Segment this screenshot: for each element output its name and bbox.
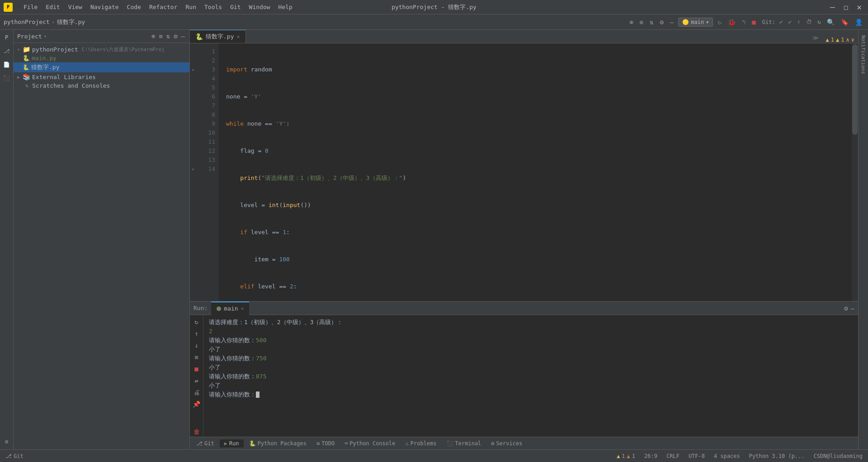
git-clock-icon[interactable]: ⏱ — [805, 19, 813, 25]
menu-refactor[interactable]: Refactor — [146, 3, 181, 11]
git-update-icon[interactable]: ↻ — [816, 19, 822, 25]
run-output[interactable]: 请选择难度：1（初级）、2（中级）、3（高级）： 2 请输入你猜的数：500 小… — [203, 315, 858, 437]
project-settings-icon[interactable]: ⚙ — [173, 32, 178, 41]
toolbar-settings[interactable]: ⚙ — [658, 18, 665, 27]
run-scroll-down-icon[interactable]: ↓ — [193, 340, 199, 350]
toolbar-debug-icon[interactable]: 🐞 — [726, 18, 737, 27]
breadcrumb-separator: › — [52, 19, 55, 25]
run-scroll-up-icon[interactable]: ↑ — [193, 329, 199, 339]
run-tab-main[interactable]: main ✕ — [211, 302, 249, 315]
breadcrumb-project[interactable]: pythonProject — [4, 19, 50, 25]
run-clear-icon[interactable]: 🗑 — [192, 427, 201, 437]
run-stop-icon[interactable]: ■ — [193, 364, 199, 374]
branch-selector[interactable]: 🟡 main ▾ — [678, 18, 713, 27]
notifications-sidebar: Notifications — [858, 30, 868, 449]
menu-run[interactable]: Run — [182, 3, 200, 11]
menu-tools[interactable]: Tools — [201, 3, 226, 11]
fold-marker-3[interactable]: ▾ — [192, 67, 194, 72]
toolbar: pythonProject › 猜数字.py ⊕ ≡ ⇅ ⚙ — 🟡 main … — [0, 14, 868, 30]
code-editor[interactable]: ▾ ▾ 1 2 3 4 — [190, 43, 858, 301]
project-sort-icon[interactable]: ⇅ — [165, 32, 171, 41]
project-panel-title: Project — [17, 33, 42, 40]
toolbar-icon-1[interactable]: ⊕ — [627, 18, 635, 27]
run-panel-settings-icon[interactable]: ⚙ — [844, 305, 848, 312]
fold-marker-14[interactable]: ▾ — [192, 167, 194, 172]
tree-item-root[interactable]: ▾ 📁 pythonProject C:\Users\六道通灵\PycharmP… — [14, 45, 189, 54]
bottom-tab-python-console[interactable]: ⌨ Python Console — [340, 439, 400, 448]
run-restart-icon[interactable]: ↻ — [193, 317, 199, 327]
sidebar-commit-icon[interactable]: ⎇ — [1, 45, 13, 57]
project-locate-icon[interactable]: ⊕ — [151, 32, 156, 41]
sidebar-bookmark-icon[interactable]: 📄 — [1, 59, 13, 71]
menu-help[interactable]: Help — [275, 3, 296, 11]
sidebar-structure-icon[interactable]: ⬛ — [1, 72, 13, 84]
bottom-tab-services[interactable]: ⚙ Services — [486, 439, 527, 448]
editor-tab-guess[interactable]: 🐍 猜数字.py ✕ — [190, 30, 246, 43]
tree-project-name: pythonProject — [32, 46, 78, 53]
toolbar-icon-2[interactable]: ≡ — [638, 18, 645, 27]
menu-window[interactable]: Window — [245, 3, 274, 11]
menu-git[interactable]: Git — [226, 3, 244, 11]
dropdown-arrow-icon[interactable]: ▾ — [44, 33, 47, 39]
run-wrap-icon[interactable]: ⇌ — [193, 376, 199, 386]
toolbar-stop-icon[interactable]: ■ — [750, 18, 757, 27]
maximize-button[interactable]: □ — [841, 4, 850, 11]
status-git-icon[interactable]: ⎇ Git — [4, 452, 25, 460]
toolbar-search-icon[interactable]: 🔍 — [825, 18, 836, 27]
status-encoding[interactable]: UTF-8 — [687, 452, 707, 460]
status-warning-count: 1 — [622, 453, 625, 459]
git-check2-icon[interactable]: ✔ — [787, 19, 793, 25]
tree-item-external-libs[interactable]: ▶ 📚 External Libraries — [14, 72, 189, 81]
tree-item-scratches[interactable]: ✎ Scratches and Consoles — [14, 81, 189, 90]
collapse-icon[interactable]: ∨ — [851, 37, 854, 43]
toolbar-avatar-icon[interactable]: 👤 — [853, 18, 864, 27]
project-close-icon[interactable]: — — [180, 32, 186, 41]
bottom-tab-python-packages[interactable]: 🐍 Python Packages — [245, 439, 311, 448]
status-warnings[interactable]: ▲ 1 ▲ 1 — [615, 452, 637, 460]
close-button[interactable]: ✕ — [854, 2, 864, 12]
run-scroll-lines-icon[interactable]: ≡ — [193, 352, 199, 362]
minimize-button[interactable]: — — [827, 2, 838, 12]
status-python-version[interactable]: Python 3.10 (p... — [747, 452, 807, 460]
bottom-tab-terminal[interactable]: ⬛ Terminal — [442, 439, 486, 448]
bottom-tab-run[interactable]: ▶ Run — [220, 439, 244, 448]
status-bar: ⎇ Git ▲ 1 ▲ 1 26:9 CRLF UTF-8 4 spaces P… — [0, 449, 868, 462]
bottom-tab-problems[interactable]: ⚠ Problems — [401, 439, 441, 448]
notifications-label[interactable]: Notifications — [859, 32, 867, 78]
bottom-tab-todo[interactable]: ≡ TODO — [312, 439, 339, 448]
bottom-tab-git[interactable]: ⎇ Git — [192, 439, 219, 448]
status-line-sep[interactable]: CRLF — [665, 452, 681, 460]
editor-scrollbar[interactable] — [852, 43, 858, 301]
run-pin-icon[interactable]: 📌 — [191, 399, 202, 409]
project-collapse-all-icon[interactable]: ≡ — [158, 32, 163, 41]
menu-navigate[interactable]: Navigate — [87, 3, 123, 11]
run-print-icon[interactable]: 🖨 — [192, 387, 201, 397]
git-check-icon[interactable]: ✔ — [778, 19, 784, 25]
git-push-icon[interactable]: ↑ — [796, 19, 802, 25]
run-output-line-4: 小了 — [209, 345, 853, 354]
status-position[interactable]: 26:9 — [642, 452, 659, 460]
toolbar-run-refresh[interactable]: ↻ — [716, 18, 723, 27]
menu-code[interactable]: Code — [123, 3, 145, 11]
menu-file[interactable]: File — [20, 3, 41, 11]
toolbar-bookmark-icon[interactable]: 🔖 — [839, 18, 850, 27]
toolbar-icon-3[interactable]: ⇅ — [648, 18, 655, 27]
status-user[interactable]: CSDN@liudaoming — [812, 452, 864, 460]
sidebar-bottom-icon[interactable]: ⚙ — [1, 436, 13, 448]
expand-icon[interactable]: ∧ — [846, 37, 849, 43]
status-indent[interactable]: 4 spaces — [712, 452, 742, 460]
breadcrumb-file[interactable]: 猜数字.py — [57, 18, 85, 26]
run-tab-close-icon[interactable]: ✕ — [241, 306, 244, 311]
chevron-down-icon: ▾ — [706, 19, 709, 25]
toolbar-collapse[interactable]: — — [668, 18, 675, 27]
tab-menu-button[interactable]: ≫ — [809, 33, 822, 43]
menu-edit[interactable]: Edit — [42, 3, 63, 11]
code-content[interactable]: import random none = 'Y' while none == '… — [219, 43, 852, 301]
tree-item-guess[interactable]: 🐍 猜数字.py — [14, 62, 189, 72]
toolbar-step-icon[interactable]: ↰ — [740, 18, 747, 27]
tab-close-button[interactable]: ✕ — [236, 33, 240, 40]
run-panel-close-icon[interactable]: — — [851, 305, 854, 312]
tree-item-main[interactable]: 🐍 main.py — [14, 54, 189, 62]
sidebar-project-icon[interactable]: P — [1, 32, 13, 43]
menu-view[interactable]: View — [65, 3, 86, 11]
